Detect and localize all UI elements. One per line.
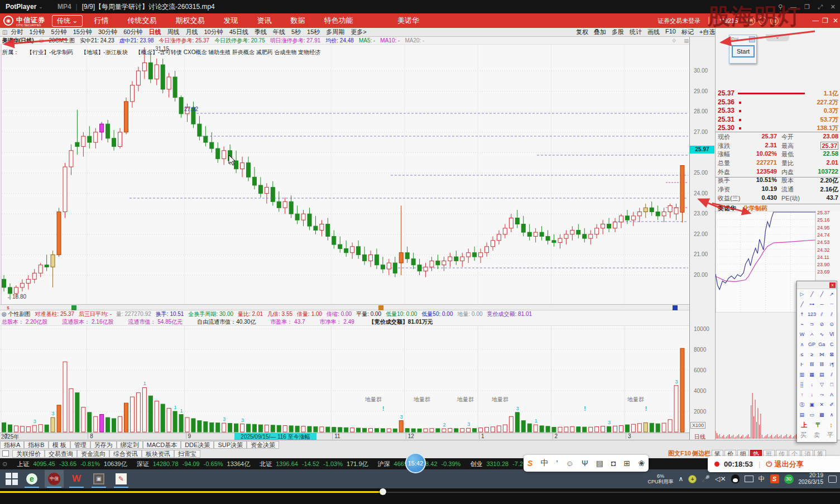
- draw-tool-38[interactable]: ▽: [817, 380, 827, 390]
- tab-SUP决策[interactable]: SUP决策: [214, 441, 247, 449]
- draw-tool-9[interactable]: 123: [807, 309, 817, 319]
- period-45日线[interactable]: 45日线: [229, 28, 248, 36]
- period-多周期[interactable]: 多周期: [326, 28, 344, 36]
- draw-tool-45[interactable]: ▣: [807, 400, 817, 410]
- draw-tool-1[interactable]: ╱: [807, 289, 817, 299]
- period-年线[interactable]: 年线: [273, 28, 285, 36]
- emblem-badge-icon[interactable]: 徽: [747, 17, 755, 25]
- muted-speaker-icon[interactable]: ◁✕: [715, 475, 726, 483]
- app-minimize-icon[interactable]: —: [812, 17, 819, 25]
- collapse-chevron-button[interactable]: ⌄: [766, 34, 789, 41]
- poi-icon[interactable]: [749, 36, 755, 42]
- qq-tray-icon[interactable]: [731, 474, 740, 483]
- taskbar-app-citic[interactable]: 中信: [45, 470, 64, 488]
- draw-tool-2[interactable]: ╱: [817, 289, 827, 299]
- draw-tool-35[interactable]: ⫽: [827, 369, 837, 380]
- tool-标记[interactable]: 标记: [681, 28, 694, 36]
- draw-tool-42[interactable]: ⤳: [817, 390, 827, 400]
- period-5秒[interactable]: 5秒: [291, 28, 301, 36]
- green-event-icon[interactable]: [71, 305, 76, 310]
- tool-多股[interactable]: 多股: [612, 28, 624, 36]
- draw-tool-11[interactable]: ⫽: [827, 309, 837, 319]
- draw-tool-28[interactable]: Ⱶ: [797, 359, 807, 369]
- taskbar-app-browser[interactable]: e: [22, 470, 41, 488]
- ime-icon-5[interactable]: ▤: [596, 459, 603, 468]
- draw-tool-16[interactable]: W: [797, 329, 807, 339]
- tool-叠加[interactable]: 叠加: [594, 28, 606, 36]
- draw-tool-41[interactable]: ↓: [807, 390, 817, 400]
- draw-tool-23[interactable]: C: [827, 339, 837, 349]
- draw-tool-0[interactable]: ▷: [797, 289, 807, 299]
- trade-平[interactable]: 平: [827, 431, 833, 439]
- draw-tool-32[interactable]: ▥: [797, 369, 807, 380]
- draw-tool-51[interactable]: ∧: [827, 410, 837, 420]
- ime-icon-0[interactable]: S: [527, 459, 532, 468]
- sogou-tray-icon[interactable]: S: [770, 474, 779, 483]
- taskbar-app-wps[interactable]: W: [67, 470, 86, 488]
- draw-tool-25[interactable]: ≥: [807, 349, 817, 359]
- taskbar-app-photos[interactable]: ▣: [89, 470, 108, 488]
- period-60分钟[interactable]: 60分钟: [123, 28, 142, 36]
- tab-另存为[interactable]: 另存为: [90, 441, 117, 449]
- tab-关联报价[interactable]: 关联报价: [12, 450, 45, 458]
- tab-管理[interactable]: 管理: [70, 441, 90, 449]
- seek-knob[interactable]: [380, 488, 386, 495]
- pin-icon[interactable]: ⚲: [778, 3, 783, 11]
- draw-tool-48[interactable]: ▤: [797, 410, 807, 420]
- draw-tool-12[interactable]: ⌁: [797, 319, 807, 329]
- ime-icon-6[interactable]: ◘: [611, 459, 616, 468]
- period-10分钟[interactable]: 10分钟: [204, 28, 223, 36]
- draw-tool-19[interactable]: Ⅵ: [827, 329, 837, 339]
- tool-画线[interactable]: 画线: [647, 28, 660, 36]
- tab-绑定到[interactable]: 绑定到: [117, 441, 143, 449]
- draw-tool-8[interactable]: ϯ: [797, 309, 807, 319]
- tab-资金流向[interactable]: 资金流向: [77, 450, 109, 458]
- player-seekbar[interactable]: [0, 488, 840, 504]
- draw-tool-44[interactable]: Ⓐ: [797, 400, 807, 410]
- draw-tool-21[interactable]: GP: [807, 339, 817, 349]
- panel-icon[interactable]: [2, 450, 9, 457]
- mode-dropdown[interactable]: 传统 ⌄: [52, 15, 83, 27]
- status-icon[interactable]: ⊙: [2, 460, 7, 468]
- drawing-toolbar-header[interactable]: x: [797, 281, 837, 289]
- period-周线[interactable]: 周线: [167, 28, 179, 36]
- period-1分钟[interactable]: 1分钟: [29, 28, 45, 36]
- trade-买[interactable]: 买: [800, 431, 807, 439]
- tab-交易查询[interactable]: 交易查询: [45, 450, 77, 458]
- draw-tool-47[interactable]: ✐: [827, 400, 837, 410]
- start-button[interactable]: [4, 472, 19, 486]
- draw-tool-40[interactable]: ↑: [797, 390, 807, 400]
- tab-指标B[interactable]: 指标B: [24, 441, 48, 449]
- maximize-icon[interactable]: ❐: [804, 3, 810, 11]
- draw-marker-〒[interactable]: 〒: [815, 421, 822, 429]
- tab-MACD基本[interactable]: MACD基本: [143, 441, 181, 449]
- draw-tool-5[interactable]: ⊶: [807, 299, 817, 309]
- draw-tool-4[interactable]: ╱: [797, 299, 807, 309]
- draw-tool-31[interactable]: ≀¶: [827, 359, 837, 369]
- draw-tool-18[interactable]: ∿: [817, 329, 827, 339]
- draw-tool-49[interactable]: ▭: [807, 410, 817, 420]
- tab-资金决策[interactable]: 资金决策: [247, 441, 279, 449]
- blue-event-icon[interactable]: [673, 305, 678, 310]
- draw-tool-39[interactable]: □: [827, 380, 837, 390]
- draw-marker-↕[interactable]: ↕: [829, 421, 833, 428]
- smiley-badge-icon[interactable]: ☺: [759, 17, 767, 25]
- input-method-toolbar[interactable]: S中’☺Ψ▤◘⊞❀: [524, 455, 649, 472]
- tab-板块资讯[interactable]: 板块资讯: [142, 450, 174, 458]
- fullscreen-icon[interactable]: ⤢: [818, 3, 823, 11]
- period-15分钟[interactable]: 15分钟: [73, 28, 92, 36]
- period-15秒[interactable]: 15秒: [307, 28, 320, 36]
- potplayer-app-name[interactable]: PotPlayer: [6, 3, 36, 11]
- taskbar-app-paint[interactable]: ✎: [112, 470, 131, 488]
- qr-badge-icon[interactable]: ▦: [770, 17, 779, 25]
- dollar-event-icon[interactable]: $: [6, 305, 11, 310]
- draw-tool-34[interactable]: ▤: [817, 369, 827, 380]
- exit-share-button[interactable]: ⏻ 退出分享: [766, 459, 803, 469]
- draw-tool-33[interactable]: ▦: [807, 369, 817, 380]
- tab-图文F10[interactable]: 图文F10: [668, 449, 691, 458]
- draw-tool-22[interactable]: Ga: [817, 339, 827, 349]
- tab-模 板[interactable]: 模 板: [49, 441, 70, 449]
- draw-tool-37[interactable]: ↓: [807, 380, 817, 390]
- draw-tool-50[interactable]: ▩: [817, 410, 827, 420]
- coin-tray-icon[interactable]: +: [688, 475, 697, 483]
